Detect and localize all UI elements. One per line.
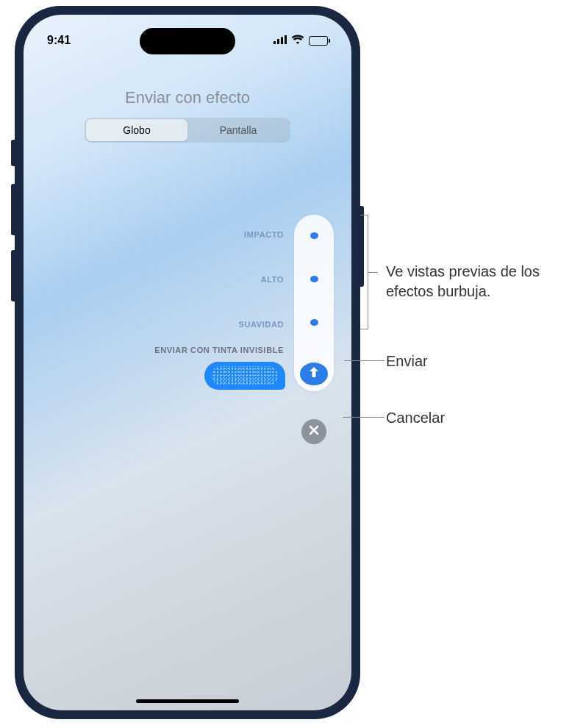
callout-preview-effects: Ve vistas previas de los efectos burbuja… bbox=[386, 262, 577, 301]
status-time: 9:41 bbox=[47, 34, 71, 47]
effect-dot-gentle[interactable] bbox=[310, 319, 318, 326]
send-button[interactable] bbox=[300, 363, 328, 385]
tab-screen[interactable]: Pantalla bbox=[187, 119, 289, 141]
effect-label-gentle: SUAVIDAD bbox=[239, 320, 284, 329]
phone-frame: 9:41 Enviar con efecto Globo Pantalla IM… bbox=[15, 6, 360, 719]
message-bubble-preview bbox=[204, 362, 285, 390]
callout-bracket-effects bbox=[360, 215, 375, 329]
invisible-ink-texture bbox=[212, 366, 278, 385]
effect-label-invisible-ink: ENVIAR CON TINTA INVISIBLE bbox=[154, 346, 284, 354]
effect-dot-impact[interactable] bbox=[310, 232, 318, 239]
page-title: Enviar con efecto bbox=[24, 88, 351, 107]
effect-dot-loud[interactable] bbox=[310, 276, 318, 282]
effect-label-impact: IMPACTO bbox=[244, 230, 284, 239]
svg-rect-3 bbox=[285, 35, 287, 44]
callout-cancel: Cancelar bbox=[386, 408, 445, 428]
status-indicators bbox=[273, 34, 328, 47]
wifi-icon bbox=[291, 34, 304, 47]
home-indicator[interactable] bbox=[136, 699, 239, 703]
callout-line-send bbox=[344, 360, 385, 361]
svg-rect-2 bbox=[281, 38, 283, 45]
tab-bubble[interactable]: Globo bbox=[86, 119, 187, 141]
svg-rect-1 bbox=[277, 39, 279, 44]
cellular-icon bbox=[273, 34, 287, 47]
effect-selector-track bbox=[294, 215, 334, 391]
effect-label-loud: ALTO bbox=[261, 275, 284, 284]
arrow-up-icon bbox=[307, 365, 321, 382]
phone-screen: 9:41 Enviar con efecto Globo Pantalla IM… bbox=[24, 15, 351, 710]
dynamic-island bbox=[140, 28, 235, 54]
callout-line-cancel bbox=[343, 417, 385, 418]
battery-icon bbox=[309, 36, 328, 46]
cancel-button[interactable] bbox=[301, 419, 326, 444]
svg-rect-0 bbox=[273, 41, 276, 44]
callout-send: Enviar bbox=[386, 351, 428, 371]
close-icon bbox=[308, 424, 320, 439]
effect-type-segmented-control[interactable]: Globo Pantalla bbox=[85, 118, 290, 143]
